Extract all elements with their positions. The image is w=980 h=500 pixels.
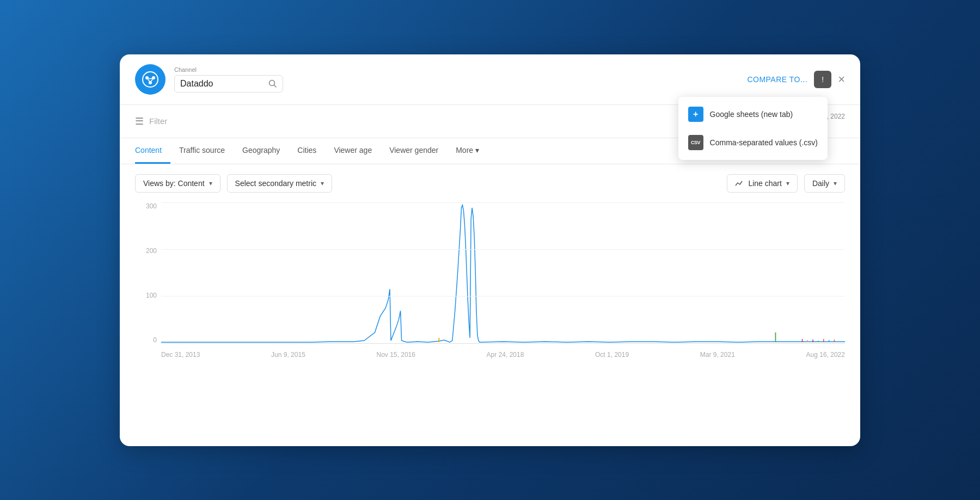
alert-icon: !: [822, 75, 824, 84]
channel-input-wrapper[interactable]: [174, 75, 283, 92]
chart-container: 300 200 100 0: [135, 202, 845, 366]
x-label-1: Jun 9, 2015: [271, 351, 305, 359]
chart-area: 300 200 100 0: [120, 202, 860, 381]
tab-viewer-age[interactable]: Viewer age: [325, 138, 381, 164]
more-label: More: [456, 146, 473, 155]
grid-line-top: [161, 202, 845, 203]
tab-cities[interactable]: Cities: [289, 138, 325, 164]
x-label-0: Dec 31, 2013: [161, 351, 200, 359]
google-sheets-icon: +: [688, 107, 703, 122]
chart-type-dropdown[interactable]: Line chart ▾: [727, 174, 797, 193]
x-label-5: Mar 9, 2021: [700, 351, 735, 359]
alert-button[interactable]: !: [814, 71, 831, 88]
tab-geography[interactable]: Geography: [234, 138, 289, 164]
y-label-300: 300: [146, 202, 157, 210]
close-button[interactable]: ×: [838, 72, 845, 87]
chart-type-chevron-icon: ▾: [786, 180, 789, 187]
svg-line-6: [151, 79, 153, 82]
channel-input[interactable]: [180, 79, 268, 89]
y-label-100: 100: [146, 292, 157, 299]
x-label-6: Aug 16, 2022: [806, 351, 845, 359]
line-chart-icon: [735, 179, 744, 188]
export-csv-label: Comma-separated values (.csv): [710, 138, 818, 147]
primary-metric-chevron-icon: ▾: [209, 180, 212, 187]
main-line: [161, 205, 845, 342]
tab-more[interactable]: More ▾: [447, 138, 488, 164]
secondary-metric-dropdown[interactable]: Select secondary metric ▾: [227, 174, 332, 193]
controls-bar: Views by: Content ▾ Select secondary met…: [120, 164, 860, 202]
interval-label: Daily: [812, 179, 829, 188]
header-right: COMPARE TO... ! ×: [747, 71, 845, 88]
primary-metric-dropdown[interactable]: Views by: Content ▾: [135, 174, 220, 193]
main-card: Channel COMPARE TO... ! ×: [120, 54, 860, 446]
chart-inner: [161, 202, 845, 344]
channel-info: Channel: [174, 66, 283, 92]
svg-line-5: [148, 79, 150, 82]
chart-svg: [161, 202, 845, 343]
x-label-3: Apr 24, 2018: [487, 351, 524, 359]
export-sheets-label: Google sheets (new tab): [710, 110, 793, 119]
more-chevron-icon: ▾: [475, 146, 479, 155]
svg-line-8: [274, 85, 277, 87]
x-labels: Dec 31, 2013 Jun 9, 2015 Nov 15, 2016 Ap…: [161, 344, 845, 366]
filter-icon: ☰: [135, 115, 144, 127]
secondary-metric-chevron-icon: ▾: [321, 180, 324, 187]
y-label-200: 200: [146, 247, 157, 255]
secondary-metric-label: Select secondary metric: [235, 179, 316, 188]
export-google-sheets[interactable]: + Google sheets (new tab): [678, 100, 828, 128]
csv-icon: CSV: [688, 135, 703, 150]
export-dropdown: + Google sheets (new tab) CSV Comma-sepa…: [678, 97, 828, 160]
chart-type-label: Line chart: [748, 179, 781, 188]
x-label-2: Nov 15, 2016: [377, 351, 415, 359]
tab-traffic-source[interactable]: Traffic source: [170, 138, 234, 164]
svg-point-3: [149, 81, 152, 84]
logo: [135, 64, 166, 95]
grid-line-mid1: [161, 249, 845, 250]
close-icon: ×: [838, 72, 845, 87]
tab-content[interactable]: Content: [135, 138, 170, 164]
controls-right: Line chart ▾ Daily ▾: [727, 174, 845, 193]
filter-label: Filter: [149, 116, 167, 126]
export-csv[interactable]: CSV Comma-separated values (.csv): [678, 128, 828, 157]
y-label-0: 0: [153, 336, 157, 344]
compare-button[interactable]: COMPARE TO...: [747, 75, 807, 84]
search-button[interactable]: [268, 79, 277, 88]
y-axis: 300 200 100 0: [135, 202, 157, 344]
tab-viewer-gender[interactable]: Viewer gender: [381, 138, 447, 164]
interval-dropdown[interactable]: Daily ▾: [804, 174, 845, 193]
interval-chevron-icon: ▾: [834, 180, 837, 187]
grid-line-mid2: [161, 296, 845, 297]
primary-metric-label: Views by: Content: [143, 179, 205, 188]
channel-label: Channel: [174, 66, 283, 73]
svg-point-0: [143, 72, 158, 87]
x-label-4: Oct 1, 2019: [595, 351, 629, 359]
header: Channel COMPARE TO... ! ×: [120, 54, 860, 105]
